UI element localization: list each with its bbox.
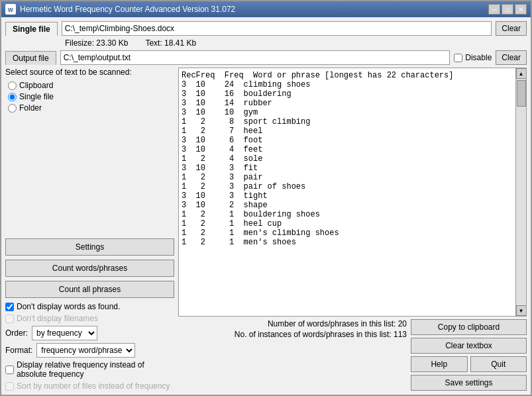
help-button[interactable]: Help bbox=[411, 356, 468, 372]
right-panel: RecFreq Freq Word or phrase [longest has… bbox=[178, 68, 527, 391]
results-footer: Number of words/phrases in this list: 20… bbox=[178, 319, 527, 391]
output-file-row: Output file Disable Clear bbox=[5, 50, 527, 65]
main-area: Select source of text to be scanned: Cli… bbox=[5, 68, 527, 391]
stats-panel: Number of words/phrases in this list: 20… bbox=[178, 319, 407, 339]
text-size-label: Text: 18.41 Kb bbox=[145, 38, 196, 48]
settings-button[interactable]: Settings bbox=[5, 238, 174, 256]
single-file-label: Single file bbox=[19, 92, 54, 101]
radio-clipboard: Clipboard bbox=[8, 81, 174, 90]
sort-by-files-checkbox[interactable] bbox=[5, 382, 14, 391]
single-file-row: Single file Clear bbox=[5, 21, 527, 36]
count-phrases-button[interactable]: Count all phrases bbox=[5, 281, 174, 298]
scroll-track bbox=[516, 79, 526, 305]
single-file-tab[interactable]: Single file bbox=[5, 22, 58, 36]
format-row: Format: frequency word/phrase word/phras… bbox=[5, 343, 174, 358]
words-count-stat: Number of words/phrases in this list: 20 bbox=[178, 319, 407, 328]
disable-label: Disable bbox=[465, 53, 492, 62]
dont-display-filenames-checkbox[interactable] bbox=[5, 315, 14, 323]
minimize-button[interactable]: ─ bbox=[488, 4, 500, 15]
scroll-thumb[interactable] bbox=[517, 80, 526, 107]
window-title: Hermetic Word Frequency Counter Advanced… bbox=[20, 5, 235, 14]
dont-display-words-row: Don't display words as found. bbox=[5, 302, 174, 311]
order-label: Order: bbox=[5, 328, 28, 338]
main-window: w Hermetic Word Frequency Counter Advanc… bbox=[0, 0, 532, 396]
disable-checkbox-area: Disable bbox=[454, 53, 492, 62]
clear-input-button[interactable]: Clear bbox=[496, 21, 527, 36]
content-area: Single file Clear Filesize: 23.30 Kb Tex… bbox=[1, 17, 531, 395]
left-panel: Select source of text to be scanned: Cli… bbox=[5, 68, 174, 391]
copy-to-clipboard-button[interactable]: Copy to clipboard bbox=[411, 319, 527, 335]
scroll-up-arrow[interactable]: ▲ bbox=[516, 68, 527, 79]
single-file-radio[interactable] bbox=[8, 93, 17, 101]
folder-label: Folder bbox=[19, 103, 42, 113]
quit-button[interactable]: Quit bbox=[470, 356, 527, 372]
close-button[interactable]: ✕ bbox=[515, 4, 527, 15]
title-bar: w Hermetic Word Frequency Counter Advanc… bbox=[1, 1, 531, 17]
scroll-down-arrow[interactable]: ▼ bbox=[516, 305, 527, 316]
dont-display-words-label: Don't display words as found. bbox=[17, 302, 120, 311]
clear-textbox-button[interactable]: Clear textbox bbox=[411, 338, 527, 354]
maximize-button[interactable]: □ bbox=[502, 4, 513, 15]
sort-by-files-row: Sort by number of files instead of frequ… bbox=[5, 381, 174, 391]
disable-checkbox[interactable] bbox=[454, 54, 462, 62]
radio-group: Clipboard Single file Folder bbox=[5, 81, 174, 113]
scrollbar: ▲ ▼ bbox=[515, 68, 526, 316]
results-area: RecFreq Freq Word or phrase [longest has… bbox=[178, 68, 527, 317]
source-label: Select source of text to be scanned: bbox=[5, 68, 174, 77]
dont-display-filenames-row: Don't display filenames bbox=[5, 314, 174, 323]
save-settings-button[interactable]: Save settings bbox=[411, 375, 527, 391]
clipboard-label: Clipboard bbox=[19, 81, 53, 90]
buttons-panel: Copy to clipboard Clear textbox Help Qui… bbox=[411, 319, 527, 391]
dont-display-words-checkbox[interactable] bbox=[5, 303, 14, 311]
window-controls: ─ □ ✕ bbox=[488, 4, 527, 15]
dont-display-filenames-label: Don't display filenames bbox=[17, 314, 98, 323]
results-textbox[interactable]: RecFreq Freq Word or phrase [longest has… bbox=[179, 68, 515, 316]
order-dropdown[interactable]: by frequency alphabetically bbox=[32, 326, 97, 340]
output-path-field[interactable] bbox=[60, 50, 451, 65]
clear-output-button[interactable]: Clear bbox=[496, 50, 527, 65]
help-quit-row: Help Quit bbox=[411, 356, 527, 372]
format-label: Format: bbox=[5, 346, 32, 355]
instances-count-stat: No. of instances of words/phrases in thi… bbox=[178, 330, 407, 339]
display-relative-label: Display relative frequency instead of ab… bbox=[17, 360, 174, 379]
folder-radio[interactable] bbox=[8, 104, 17, 113]
count-words-button[interactable]: Count words/phrases bbox=[5, 260, 174, 277]
file-info-row: Filesize: 23.30 Kb Text: 18.41 Kb bbox=[5, 38, 527, 48]
display-relative-checkbox[interactable] bbox=[5, 366, 14, 374]
order-row: Order: by frequency alphabetically bbox=[5, 326, 174, 340]
app-icon: w bbox=[5, 4, 16, 15]
title-bar-left: w Hermetic Word Frequency Counter Advanc… bbox=[5, 4, 235, 15]
filesize-label: Filesize: 23.30 Kb bbox=[65, 38, 128, 48]
format-dropdown[interactable]: frequency word/phrase word/phrase freque… bbox=[36, 343, 135, 358]
display-relative-row: Display relative frequency instead of ab… bbox=[5, 360, 174, 379]
output-file-tab[interactable]: Output file bbox=[5, 51, 56, 65]
input-path-field[interactable] bbox=[62, 21, 492, 36]
radio-folder: Folder bbox=[8, 103, 174, 113]
radio-single-file: Single file bbox=[8, 92, 174, 101]
clipboard-radio[interactable] bbox=[8, 81, 17, 90]
sort-by-files-label: Sort by number of files instead of frequ… bbox=[17, 381, 170, 391]
